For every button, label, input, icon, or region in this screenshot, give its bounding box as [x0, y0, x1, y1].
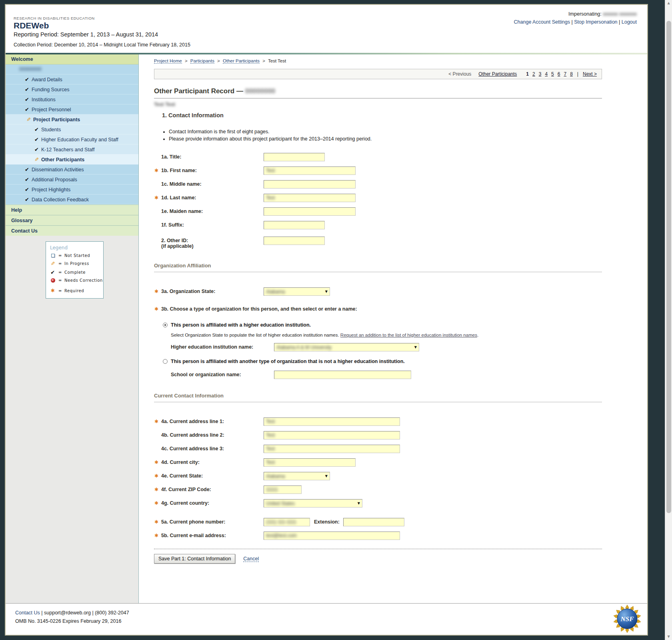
address-line-1-input[interactable]: Test — [264, 417, 400, 426]
sidebar-item-award-number[interactable]: 00000000 — [6, 64, 138, 74]
country-select[interactable]: United States ▼ — [264, 499, 362, 508]
field-label-1b: ✱1b. First name: — [154, 167, 264, 173]
page-header: RESEARCH IN DISABILITIES EDUCATION RDEWe… — [6, 5, 647, 53]
extension-input[interactable] — [343, 518, 404, 526]
sidebar-item-higher-ed-faculty-staff[interactable]: ✔Higher Education Faculty and Staff — [6, 134, 138, 144]
sidebar-item-help[interactable]: Help — [6, 205, 138, 215]
sidebar-item-data-collection-feedback[interactable]: ✔Data Collection Feedback — [6, 195, 138, 205]
logout-link[interactable]: Logout — [622, 19, 637, 25]
collection-period: Collection Period: December 10, 2014 – M… — [14, 42, 638, 48]
scrollbar[interactable]: ▲ ▼ — [665, 0, 672, 640]
page-number-link[interactable]: 4 — [545, 71, 548, 77]
cancel-link[interactable]: Cancel — [243, 556, 259, 562]
breadcrumb-current: Test Test — [268, 58, 286, 63]
change-account-settings-link[interactable]: Change Account Settings — [514, 19, 570, 25]
stop-impersonation-link[interactable]: Stop Impersonation — [574, 19, 617, 25]
breadcrumb-participants[interactable]: Participants — [190, 58, 214, 64]
scrollbar-thumb[interactable] — [666, 21, 671, 513]
account-area: Impersonating: xxxxxx xxxxxxx Change Acc… — [514, 11, 637, 25]
main-content: Project Home > Participants > Other Part… — [139, 54, 647, 603]
scroll-up-arrow[interactable]: ▲ — [665, 0, 672, 6]
higher-education-institution-select[interactable]: Alabama A & M University ▼ — [274, 343, 419, 351]
radio-button-unselected[interactable] — [163, 359, 168, 364]
page-number-link[interactable]: 2 — [532, 71, 535, 77]
pencil-icon: ✎ — [26, 114, 31, 124]
sidebar-item-dissemination-activities[interactable]: ✔Dissemination Activities — [6, 165, 138, 175]
scroll-down-arrow[interactable]: ▼ — [665, 634, 672, 640]
organization-state-select[interactable]: Alabama ▼ — [264, 287, 330, 296]
last-name-input[interactable]: Test — [264, 194, 356, 202]
required-asterisk: ✱ — [154, 419, 158, 424]
maiden-name-input[interactable] — [264, 207, 356, 216]
legend-label: Complete — [64, 270, 86, 275]
middle-name-input[interactable] — [264, 180, 356, 189]
sidebar-item-label: Higher Education Faculty and Staff — [41, 137, 118, 142]
address-line-2-input[interactable]: Test — [264, 431, 400, 439]
page-number-link[interactable]: 5 — [551, 71, 554, 77]
phone-number-input[interactable]: (111) 111-1111 — [264, 518, 310, 526]
sidebar-item-other-participants[interactable]: ✎Other Participants — [6, 154, 138, 165]
first-name-input[interactable]: Test — [264, 167, 356, 175]
sidebar-item-project-highlights[interactable]: ✔Project Highlights — [6, 185, 138, 195]
instruction-item: Contact Information is the first of eigh… — [169, 129, 602, 134]
field-label-5b: ✱5b. Current e-mail address: — [154, 532, 264, 538]
sidebar-item-students[interactable]: ✔Students — [6, 124, 138, 134]
sidebar-item-welcome[interactable]: Welcome — [6, 54, 138, 64]
sidebar-item-label: Project Personnel — [32, 107, 71, 112]
other-participants-list-link[interactable]: Other Participants — [478, 71, 517, 77]
legend-row-required: ✱ = Required — [50, 288, 103, 293]
field-label-5a: ✱5a. Current phone number: — [154, 518, 264, 525]
email-input[interactable]: test@test.com — [264, 532, 400, 540]
city-input[interactable]: Test — [264, 458, 356, 467]
next-link[interactable]: Next > — [583, 71, 597, 77]
legend-row-in-progress: ✎ = In Progress — [50, 261, 103, 267]
page-number-link[interactable]: 7 — [564, 71, 566, 77]
required-asterisk: ✱ — [154, 533, 158, 538]
award-number: 00000000 — [19, 66, 42, 72]
address-line-3-input[interactable]: Test — [264, 445, 400, 453]
current-contact-header: Current Contact Information — [154, 393, 602, 402]
page-number-link[interactable]: 3 — [539, 71, 542, 77]
sidebar-item-project-personnel[interactable]: ✔Project Personnel — [6, 104, 138, 114]
sidebar-item-additional-proposals[interactable]: ✔Additional Proposals — [6, 175, 138, 185]
check-icon: ✔ — [25, 185, 29, 195]
sidebar-item-label: Data Collection Feedback — [32, 197, 89, 203]
suffix-input[interactable] — [264, 221, 325, 229]
school-organization-input[interactable] — [274, 371, 411, 379]
sidebar-item-contact-us[interactable]: Contact Us — [6, 225, 138, 236]
sidebar-item-glossary[interactable]: Glossary — [6, 215, 138, 225]
sidebar-item-funding-sources[interactable]: ✔Funding Sources — [6, 84, 138, 94]
radio-other-organization[interactable]: This person is affiliated with another t… — [163, 359, 602, 364]
page-number-link[interactable]: 6 — [558, 71, 560, 77]
breadcrumb-project-home[interactable]: Project Home — [154, 58, 182, 64]
sidebar-item-k12-teachers-staff[interactable]: ✔K-12 Teachers and Staff — [6, 144, 138, 154]
check-icon: ✔ — [25, 165, 29, 175]
state-helper-text: Select Organization State to populate th… — [171, 333, 602, 337]
sidebar-item-award-details[interactable]: ✔Award Details — [6, 74, 138, 84]
breadcrumb-other-participants[interactable]: Other Participants — [223, 58, 260, 64]
sidebar-item-project-participants[interactable]: ✎Project Participants — [6, 114, 138, 124]
legend-row-needs-correction: ✕ = Needs Correction — [50, 278, 103, 283]
save-part-1-button[interactable]: Save Part 1: Contact Information — [154, 554, 235, 564]
request-addition-link[interactable]: Request an addition to the list of highe… — [340, 333, 477, 337]
sidebar-item-institutions[interactable]: ✔Institutions — [6, 94, 138, 104]
page-number-link[interactable]: 8 — [570, 71, 573, 77]
check-icon: ✔ — [25, 94, 29, 104]
required-asterisk: ✱ — [154, 168, 158, 173]
check-icon: ✔ — [25, 104, 29, 114]
impersonating-name: xxxxxx xxxxxxx — [603, 11, 637, 17]
impersonating-label: Impersonating: — [568, 11, 602, 17]
title-input[interactable] — [264, 153, 325, 161]
other-id-input[interactable] — [264, 237, 325, 245]
zip-code-input[interactable]: 11111 — [264, 486, 302, 494]
account-links: Change Account Settings | Stop Impersona… — [514, 19, 637, 25]
record-title: Other Participant Record — 00000000 — [154, 87, 602, 98]
hei-name-label: Higher education institution name: — [171, 343, 274, 350]
footer-contact-us-link[interactable]: Contact Us — [15, 610, 40, 616]
reporting-period: Reporting Period: September 1, 2013 – Au… — [14, 31, 638, 38]
radio-higher-education[interactable]: This person is affiliated with a higher … — [163, 322, 602, 328]
field-label-4b: 4b. Current address line 2: — [154, 431, 264, 438]
current-state-select[interactable]: Alabama ▼ — [264, 472, 330, 480]
radio-button-selected[interactable] — [163, 323, 168, 327]
legend-row-complete: ✔ = Complete — [50, 269, 103, 275]
